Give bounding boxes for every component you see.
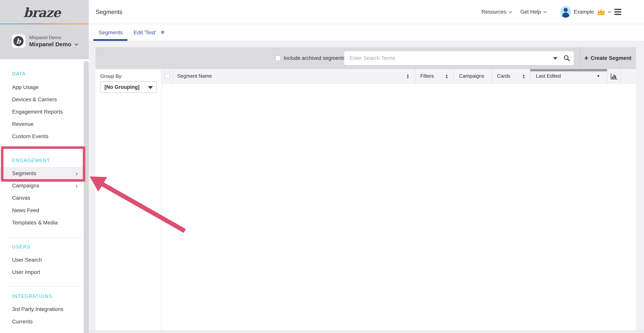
tab-label: Edit 'Test' (134, 30, 156, 36)
segments-table-header: Segment Name ▲ ▼ Filters ▲ ▼ Campaigns C… (162, 69, 636, 84)
column-label: Campaigns (459, 73, 484, 79)
column-header-analytics[interactable] (607, 69, 620, 83)
sidebar-item-app-usage[interactable]: App Usage (0, 81, 84, 93)
active-sort-indicator (530, 69, 607, 71)
sidebar-section-engagement: ENGAGEMENT (12, 158, 50, 163)
create-segment-button[interactable]: + Create Segment (580, 47, 636, 69)
sidebar-item-engagement-reports[interactable]: Engagement Reports (0, 106, 84, 118)
caret-down-icon: ▼ (406, 76, 409, 79)
column-label: Segment Name (177, 73, 212, 79)
avatar-person-icon (562, 13, 569, 18)
workspace-header: braze b Mixpanel Demo Mixpanel Demo (0, 0, 89, 59)
sidebar-item-label: User Search (12, 257, 42, 263)
sidebar-item-label: Revenue (12, 121, 34, 127)
sort-descending-icon[interactable]: ▼ (596, 74, 600, 78)
column-header-filters[interactable]: Filters ▲ ▼ (415, 69, 454, 83)
search-input[interactable] (344, 51, 574, 65)
bar-chart-icon (610, 73, 618, 80)
braze-dashboard: { "logo": "braze", "workspace": { "avata… (0, 0, 644, 333)
sidebar-item-label: Devices & Carriers (12, 97, 57, 103)
workspace-avatar: b (12, 34, 25, 48)
active-tab-indicator (93, 39, 128, 41)
sidebar: braze b Mixpanel Demo Mixpanel Demo DATA… (0, 0, 89, 333)
sidebar-item-templates-media[interactable]: Templates & Media (0, 217, 84, 229)
tab-edit-test[interactable]: Edit 'Test' ✖ (134, 24, 165, 41)
column-header-campaigns: Campaigns (454, 69, 492, 83)
column-header-cards[interactable]: Cards ▲ ▼ (492, 69, 530, 83)
group-by-dropdown[interactable]: [No Grouping] (100, 81, 157, 93)
user-menu[interactable]: Example (560, 0, 611, 24)
crown-icon (596, 8, 606, 16)
group-by-label: Group By: (100, 73, 123, 79)
sidebar-item-revenue[interactable]: Revenue (0, 118, 84, 130)
close-icon[interactable]: ✖ (160, 30, 165, 35)
workspace-avatar-letter: b (14, 36, 24, 46)
column-header-segment-name[interactable]: Segment Name ▲ ▼ (173, 69, 415, 83)
group-by-value: [No Grouping] (100, 84, 140, 90)
column-label: Last Edited (536, 73, 561, 79)
hamburger-bar (614, 11, 622, 13)
tab-strip: Segments Edit 'Test' ✖ (89, 24, 644, 41)
sort-icon[interactable]: ▲ ▼ (522, 74, 525, 79)
sidebar-item-label: Canvas (12, 195, 30, 201)
sidebar-item-3rd-party-integrations[interactable]: 3rd Party Integrations (0, 303, 84, 315)
get-help-label: Get Help (520, 9, 541, 15)
get-help-menu[interactable]: Get Help (520, 0, 546, 24)
plus-icon: + (584, 55, 588, 62)
sidebar-section-integrations: INTEGRATIONS (12, 293, 52, 299)
search-dropdown-caret-icon[interactable] (553, 57, 557, 60)
sidebar-scrollbar[interactable] (84, 61, 89, 333)
braze-logo: braze (0, 3, 84, 23)
sidebar-item-label: Templates & Media (12, 220, 58, 226)
sidebar-item-devices-carriers[interactable]: Devices & Carriers (0, 93, 84, 106)
hamburger-bar (614, 9, 622, 10)
page-title: Segments (96, 0, 122, 24)
sidebar-item-user-import[interactable]: User Import (0, 266, 84, 278)
spare-header-cell (620, 69, 636, 83)
user-avatar (560, 6, 571, 18)
tab-label: Segments (98, 30, 123, 36)
segments-table-body (162, 84, 636, 330)
sidebar-item-label: Engagement Reports (12, 109, 63, 115)
horizontal-scrollbar[interactable] (89, 330, 644, 333)
sidebar-item-label: App Usage (12, 84, 39, 90)
sidebar-item-news-feed[interactable]: News Feed (0, 204, 84, 217)
sidebar-section-data: DATA (12, 71, 26, 77)
sidebar-item-label: Campaigns (12, 183, 39, 189)
sidebar-item-label: News Feed (12, 207, 39, 213)
sort-icon[interactable]: ▲ ▼ (406, 74, 409, 79)
chevron-down-icon (544, 10, 547, 13)
workspace-name: Mixpanel Demo (29, 41, 71, 48)
tab-segments[interactable]: Segments (98, 24, 123, 41)
sidebar-item-label: Currents (12, 318, 32, 325)
sidebar-item-currents[interactable]: Currents (0, 315, 84, 328)
include-archived-label: Include archived segments (284, 47, 345, 69)
select-all-checkbox[interactable] (164, 73, 170, 79)
column-header-last-edited[interactable]: Last Edited ▼ (530, 69, 607, 83)
sidebar-item-custom-events[interactable]: Custom Events (0, 130, 84, 143)
sidebar-item-campaigns[interactable]: Campaigns › (0, 180, 84, 192)
workspace-selector[interactable]: Mixpanel Demo (29, 41, 78, 48)
resources-menu[interactable]: Resources (482, 0, 512, 24)
sidebar-item-segments[interactable]: Segments › (0, 167, 84, 180)
sidebar-item-user-search[interactable]: User Search (0, 254, 84, 266)
column-label: Cards (497, 73, 510, 79)
search-box (344, 51, 574, 65)
search-icon[interactable] (563, 55, 570, 62)
sort-icon[interactable]: ▲ ▼ (445, 74, 448, 79)
group-by-panel: Group By: [No Grouping] (96, 69, 162, 330)
sidebar-item-label: Custom Events (12, 133, 48, 139)
avatar-person-icon (564, 8, 568, 12)
select-all-cell (162, 69, 173, 83)
chevron-down-icon (608, 10, 611, 13)
chevron-down-icon (74, 42, 78, 46)
sidebar-item-label: Segments (12, 170, 36, 176)
sidebar-item-canvas[interactable]: Canvas (0, 192, 84, 204)
sidebar-divider (6, 238, 82, 238)
include-archived-checkbox[interactable] (275, 56, 281, 61)
column-label: Filters (420, 73, 434, 79)
resources-label: Resources (482, 9, 506, 15)
brand-gradient-divider (0, 24, 89, 24)
sidebar-item-label: 3rd Party Integrations (12, 306, 64, 312)
hamburger-menu-icon[interactable] (614, 0, 622, 24)
